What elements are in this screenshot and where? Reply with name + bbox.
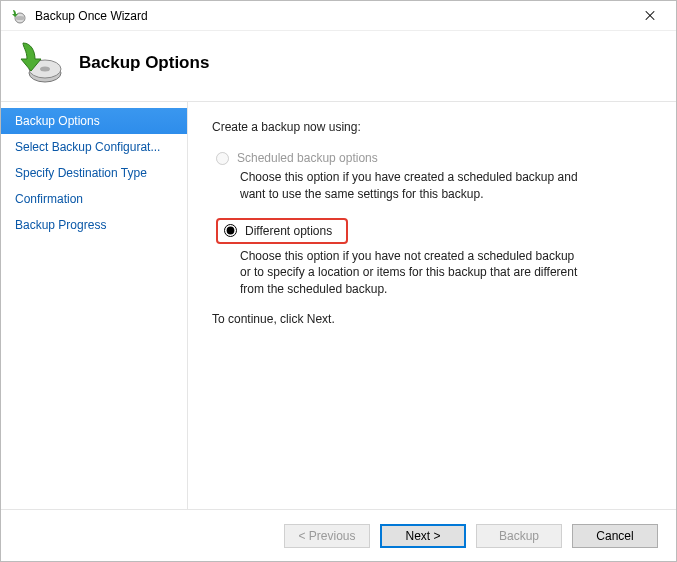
wizard-footer: < Previous Next > Backup Cancel [1, 509, 676, 561]
next-button[interactable]: Next > [380, 524, 466, 548]
app-icon [11, 8, 27, 24]
backup-icon [15, 39, 63, 87]
close-button[interactable] [630, 2, 670, 30]
previous-button: < Previous [284, 524, 370, 548]
content-pane: Create a backup now using: Scheduled bac… [188, 102, 676, 509]
titlebar: Backup Once Wizard [1, 1, 676, 31]
step-select-backup-config[interactable]: Select Backup Configurat... [1, 134, 187, 160]
window-title: Backup Once Wizard [35, 9, 630, 23]
radio-scheduled-label: Scheduled backup options [237, 151, 378, 165]
radio-scheduled [216, 152, 229, 165]
option-different-desc: Choose this option if you have not creat… [240, 248, 580, 298]
option-scheduled-row: Scheduled backup options [212, 148, 648, 167]
step-backup-options[interactable]: Backup Options [1, 108, 187, 134]
svg-point-4 [40, 67, 50, 72]
wizard-window: Backup Once Wizard Backup Options Backup… [0, 0, 677, 562]
step-specify-destination[interactable]: Specify Destination Type [1, 160, 187, 186]
option-scheduled-desc: Choose this option if you have created a… [240, 169, 580, 203]
wizard-header: Backup Options [1, 31, 676, 101]
close-icon [644, 10, 656, 22]
step-backup-progress[interactable]: Backup Progress [1, 212, 187, 238]
continue-hint: To continue, click Next. [212, 312, 648, 326]
radio-different-label[interactable]: Different options [245, 224, 332, 238]
prompt-text: Create a backup now using: [212, 120, 648, 134]
step-confirmation[interactable]: Confirmation [1, 186, 187, 212]
wizard-body: Backup Options Select Backup Configurat.… [1, 101, 676, 509]
backup-button: Backup [476, 524, 562, 548]
svg-point-1 [15, 16, 25, 20]
steps-sidebar: Backup Options Select Backup Configurat.… [1, 102, 188, 509]
option-different-row[interactable]: Different options [212, 215, 648, 246]
cancel-button[interactable]: Cancel [572, 524, 658, 548]
page-heading: Backup Options [79, 53, 209, 73]
radio-different[interactable] [224, 224, 237, 237]
highlight-box: Different options [216, 218, 348, 244]
